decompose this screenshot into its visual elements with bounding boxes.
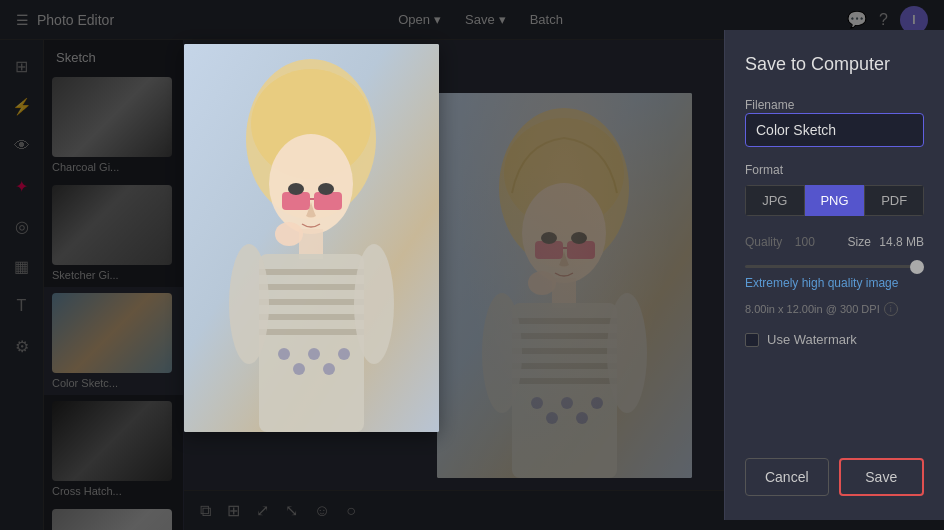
watermark-label: Use Watermark bbox=[767, 332, 857, 347]
format-jpg-button[interactable]: JPG bbox=[745, 185, 805, 216]
modal-panel: Save to Computer Filename Format JPG PNG… bbox=[724, 30, 944, 520]
format-label: Format bbox=[745, 163, 924, 177]
svg-point-46 bbox=[288, 183, 304, 195]
svg-rect-33 bbox=[259, 269, 364, 275]
svg-rect-37 bbox=[259, 329, 364, 335]
save-modal: Save to Computer Filename Format JPG PNG… bbox=[120, 30, 944, 530]
cancel-button[interactable]: Cancel bbox=[745, 458, 829, 496]
watermark-row: Use Watermark bbox=[745, 332, 924, 347]
size-value: 14.8 MB bbox=[879, 235, 924, 249]
format-pdf-button[interactable]: PDF bbox=[864, 185, 924, 216]
modal-title: Save to Computer bbox=[745, 54, 924, 75]
quality-hint[interactable]: Extremely high quality image bbox=[745, 276, 924, 290]
svg-point-27 bbox=[269, 134, 353, 234]
svg-rect-32 bbox=[259, 254, 364, 432]
svg-point-47 bbox=[318, 183, 334, 195]
quality-slider-container bbox=[745, 254, 924, 272]
svg-rect-35 bbox=[259, 299, 364, 305]
format-buttons: JPG PNG PDF bbox=[745, 185, 924, 216]
filename-input[interactable] bbox=[745, 113, 924, 147]
format-png-button[interactable]: PNG bbox=[805, 185, 865, 216]
svg-point-41 bbox=[278, 348, 290, 360]
svg-point-43 bbox=[308, 348, 320, 360]
info-icon[interactable]: i bbox=[884, 302, 898, 316]
watermark-checkbox[interactable] bbox=[745, 333, 759, 347]
quality-label: Quality bbox=[745, 235, 782, 249]
svg-point-42 bbox=[293, 363, 305, 375]
quality-value: 100 bbox=[795, 235, 815, 249]
svg-point-38 bbox=[229, 244, 269, 364]
quality-size-row: Quality 100 Size 14.8 MB bbox=[745, 232, 924, 250]
size-label: Size bbox=[848, 235, 871, 249]
svg-rect-36 bbox=[259, 314, 364, 320]
svg-point-45 bbox=[338, 348, 350, 360]
quality-slider[interactable] bbox=[745, 265, 924, 268]
svg-point-44 bbox=[323, 363, 335, 375]
modal-preview-image bbox=[184, 44, 439, 432]
svg-rect-34 bbox=[259, 284, 364, 290]
modal-buttons: Cancel Save bbox=[745, 458, 924, 496]
filename-label: Filename bbox=[745, 98, 794, 112]
svg-point-39 bbox=[354, 244, 394, 364]
svg-point-40 bbox=[275, 222, 303, 246]
modal-save-button[interactable]: Save bbox=[839, 458, 925, 496]
dimensions-info: 8.00in x 12.00in @ 300 DPI i bbox=[745, 302, 924, 316]
